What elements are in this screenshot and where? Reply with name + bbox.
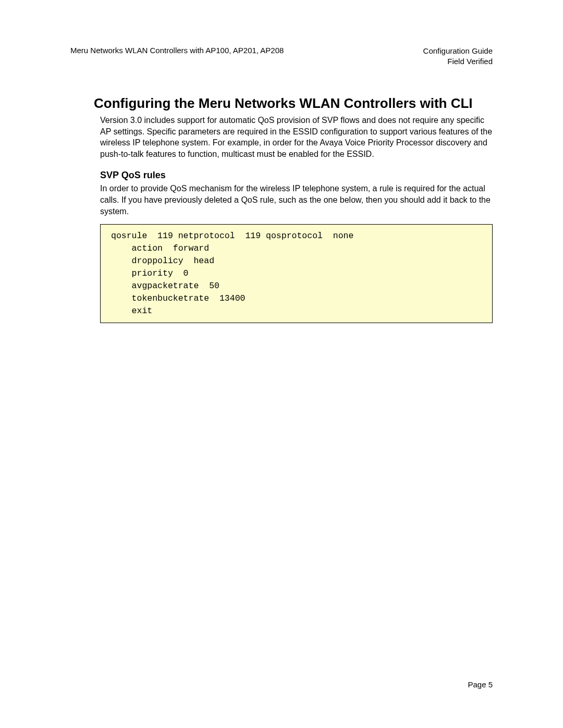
page-container: Meru Networks WLAN Controllers with AP10…: [0, 0, 563, 323]
main-content: Configuring the Meru Networks WLAN Contr…: [70, 95, 493, 323]
header-right-block: Configuration Guide Field Verified: [423, 46, 493, 66]
header-guide-title: Configuration Guide: [423, 46, 493, 56]
svp-qos-paragraph: In order to provide QoS mechanism for th…: [100, 183, 493, 217]
header-left-text: Meru Networks WLAN Controllers with AP10…: [70, 46, 284, 66]
cli-code-block: qosrule 119 netprotocol 119 qosprotocol …: [100, 224, 493, 323]
intro-paragraph: Version 3.0 includes support for automat…: [100, 115, 493, 159]
page-header: Meru Networks WLAN Controllers with AP10…: [70, 46, 493, 66]
header-field-verified: Field Verified: [423, 56, 493, 67]
main-heading: Configuring the Meru Networks WLAN Contr…: [94, 95, 493, 112]
page-footer: Page 5: [468, 680, 493, 689]
svp-qos-heading: SVP QoS rules: [100, 170, 493, 181]
